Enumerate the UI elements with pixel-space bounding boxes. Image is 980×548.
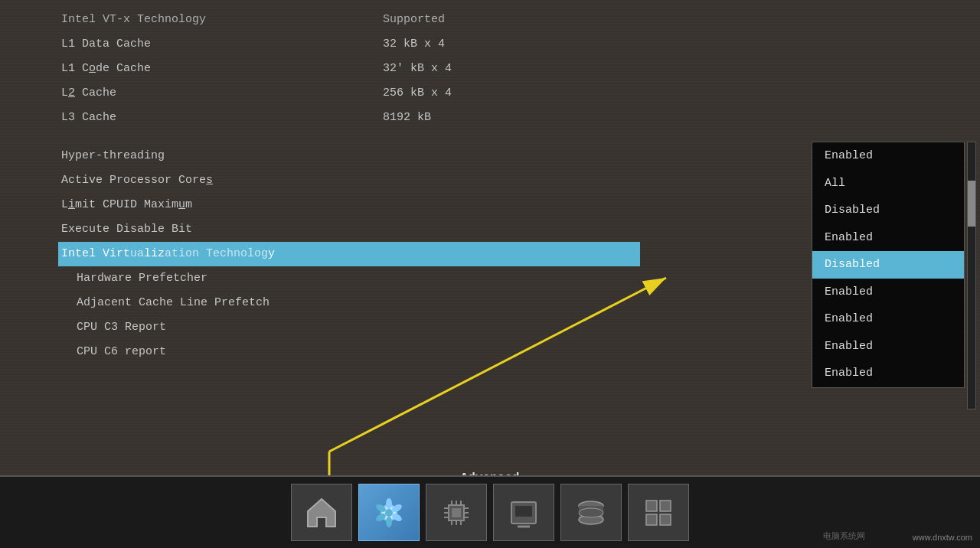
bios-row-vt-header: Intel VT-x Technology Supported <box>61 8 658 32</box>
c6-label: CPU C6 report <box>61 343 383 361</box>
value-dropdown[interactable]: Enabled All Disabled Enabled Disabled En… <box>812 142 965 388</box>
bios-row-vt[interactable]: Intel Virtualization Technology <box>58 242 640 266</box>
l3-value: 8192 kB <box>383 109 431 127</box>
svg-rect-36 <box>660 514 671 525</box>
nav-chipset[interactable] <box>426 484 487 541</box>
svg-rect-27 <box>515 506 532 517</box>
svg-marker-3 <box>308 499 335 527</box>
bios-row-l1data: L1 Data Cache 32 kB x 4 <box>61 32 658 57</box>
bios-row-l3: L3 Cache 8192 kB <box>61 106 658 130</box>
vt-header-label: Intel VT-x Technology <box>61 11 383 29</box>
nav-advanced[interactable] <box>358 484 420 541</box>
bios-row-c3[interactable]: CPU C3 Report <box>61 315 658 340</box>
dropdown-item-enabled6[interactable]: Enabled <box>812 360 964 387</box>
vt-label: Intel Virtualization Technology <box>61 245 383 263</box>
c3-label: CPU C3 Report <box>61 318 383 337</box>
adj-cache-label: Adjacent Cache Line Prefetch <box>61 294 383 312</box>
l3-label: L3 Cache <box>61 109 383 127</box>
svg-rect-34 <box>660 501 671 511</box>
vt-header-value: Supported <box>383 11 445 29</box>
l1data-label: L1 Data Cache <box>61 35 383 54</box>
dropdown-item-disabled-selected[interactable]: Disabled <box>812 251 964 279</box>
bios-row-l1code: L1 Code Cache 32' kB x 4 <box>61 57 658 81</box>
l1data-value: 32 kB x 4 <box>383 35 445 54</box>
bios-row-l2: L2 Cache 256 kB x 4 <box>61 81 658 106</box>
dropdown-item-all[interactable]: All <box>812 170 964 197</box>
hyperthreading-label: Hyper-threading <box>61 147 383 165</box>
svg-rect-35 <box>646 514 657 525</box>
dropdown-item-enabled5[interactable]: Enabled <box>812 333 964 360</box>
nav-extra[interactable] <box>628 484 689 541</box>
dropdown-item-enabled3[interactable]: Enabled <box>812 279 964 306</box>
dropdown-item-enabled4[interactable]: Enabled <box>812 305 964 333</box>
bios-row-xd-bit[interactable]: Execute Disable Bit <box>61 217 658 242</box>
bios-main-panel: Intel VT-x Technology Supported L1 Data … <box>46 0 674 475</box>
nav-boot[interactable] <box>493 484 554 541</box>
l2-value: 256 kB x 4 <box>383 84 452 103</box>
l1code-label: L1 Code Cache <box>61 60 383 78</box>
dropdown-item-disabled1[interactable]: Disabled <box>812 197 964 224</box>
proc-cores-label: Active Processor Cores <box>61 171 383 190</box>
xd-bit-label: Execute Disable Bit <box>61 220 383 239</box>
brand-watermark: 电脑系统网 <box>823 530 865 542</box>
hw-prefetch-label: Hardware Prefetcher <box>61 269 383 288</box>
svg-point-5 <box>385 509 393 517</box>
bios-row-proc-cores[interactable]: Active Processor Cores <box>61 168 658 193</box>
nav-home[interactable] <box>291 484 352 541</box>
svg-point-9 <box>386 517 392 527</box>
dropdown-item-enabled2[interactable]: Enabled <box>812 224 964 252</box>
svg-rect-33 <box>646 501 657 511</box>
bios-screen: Intel VT-x Technology Supported L1 Data … <box>0 0 980 548</box>
watermark: www.dnxtw.com <box>913 533 972 542</box>
svg-rect-13 <box>452 508 461 517</box>
l2-label: L2 Cache <box>61 84 383 103</box>
scrollbar-thumb <box>968 181 975 227</box>
scrollbar[interactable] <box>967 142 976 409</box>
bios-row-cpuid[interactable]: Limit CPUID Maximum <box>61 193 658 217</box>
l1code-value: 32' kB x 4 <box>383 60 452 78</box>
cpuid-label: Limit CPUID Maximum <box>61 196 383 214</box>
bios-row-hyperthreading[interactable]: Hyper-threading <box>61 144 658 168</box>
nav-storage[interactable] <box>560 484 622 541</box>
svg-point-32 <box>579 508 603 517</box>
dropdown-item-enabled1[interactable]: Enabled <box>812 142 964 170</box>
bios-row-adj-cache[interactable]: Adjacent Cache Line Prefetch <box>61 291 658 315</box>
svg-point-6 <box>386 498 392 509</box>
bios-row-hw-prefetch[interactable]: Hardware Prefetcher <box>61 266 658 291</box>
bios-row-c6[interactable]: CPU C6 report <box>61 340 658 364</box>
